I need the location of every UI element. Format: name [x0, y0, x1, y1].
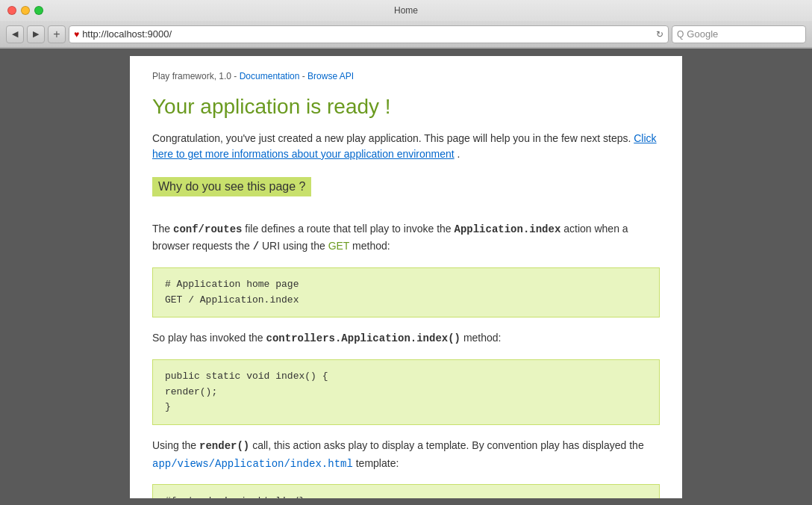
code3-line-1: #{extends 'main.html' /}	[165, 494, 647, 498]
main-title: Your application is ready !	[152, 95, 660, 119]
template-path: app/views/Application/index.html	[152, 458, 353, 470]
render-code: render()	[199, 440, 249, 452]
refresh-button[interactable]: ↻	[656, 29, 663, 40]
breadcrumb: Play framework, 1.0 - Documentation - Br…	[152, 71, 660, 81]
window-title: Home	[394, 5, 418, 16]
window-chrome: Home ◀ ▶ + ♥ http://localhost:9000/ ↻ Q …	[0, 0, 812, 49]
code-block-3: #{extends 'main.html' /} #{set title:'Ho…	[152, 484, 660, 498]
body-text-1: The conf/routes file defines a route tha…	[152, 220, 660, 255]
code2-line-2: render();	[165, 385, 647, 400]
address-text: http://localhost:9000/	[82, 28, 653, 40]
code-block-2: public static void index() { render(); }	[152, 359, 660, 425]
maximize-button[interactable]	[34, 6, 43, 15]
section-heading: Why do you see this page ?	[152, 177, 311, 196]
traffic-lights	[7, 6, 43, 15]
minimize-button[interactable]	[21, 6, 30, 15]
nav-bar: ◀ ▶ + ♥ http://localhost:9000/ ↻ Q Googl…	[0, 21, 812, 48]
code-line-1: # Application home page	[165, 277, 647, 293]
breadcrumb-sep: -	[299, 71, 307, 81]
close-button[interactable]	[7, 6, 16, 15]
code-line-2: GET / Application.index	[165, 293, 647, 309]
get-method: GET	[328, 240, 350, 252]
forward-button[interactable]: ▶	[27, 25, 45, 43]
search-bar[interactable]: Q Google	[672, 25, 806, 43]
code-block-1: # Application home page GET / Applicatio…	[152, 267, 660, 318]
page-wrapper[interactable]: Play framework, 1.0 - Documentation - Br…	[130, 56, 682, 498]
new-tab-button[interactable]: +	[48, 25, 66, 43]
content-area: Play framework, 1.0 - Documentation - Br…	[0, 49, 812, 505]
slash-code: /	[253, 241, 259, 252]
controller-method-code: controllers.Application.index()	[266, 332, 460, 344]
search-placeholder: Google	[687, 28, 718, 40]
intro-paragraph: Congratulation, you've just created a ne…	[152, 131, 660, 162]
app-index-code: Application.index	[455, 223, 561, 235]
body-text-3: Using the render() call, this action ask…	[152, 437, 660, 472]
heart-icon: ♥	[74, 29, 79, 40]
address-bar[interactable]: ♥ http://localhost:9000/ ↻	[69, 25, 669, 43]
code2-line-1: public static void index() {	[165, 369, 647, 385]
intro-suffix: .	[457, 148, 460, 160]
title-bar: Home	[0, 0, 812, 21]
body-text-2: So play has invoked the controllers.Appl…	[152, 329, 660, 347]
conf-routes-code: conf/routes	[173, 223, 242, 235]
code2-line-3: }	[165, 400, 647, 415]
intro-text: Congratulation, you've just created a ne…	[152, 132, 631, 144]
breadcrumb-text: Play framework, 1.0 -	[152, 71, 240, 81]
section-heading-wrapper: Why do you see this page ?	[152, 177, 660, 208]
search-icon: Q	[677, 29, 684, 40]
breadcrumb-api-link[interactable]: Browse API	[307, 71, 354, 81]
breadcrumb-doc-link[interactable]: Documentation	[240, 71, 300, 81]
back-button[interactable]: ◀	[6, 25, 24, 43]
